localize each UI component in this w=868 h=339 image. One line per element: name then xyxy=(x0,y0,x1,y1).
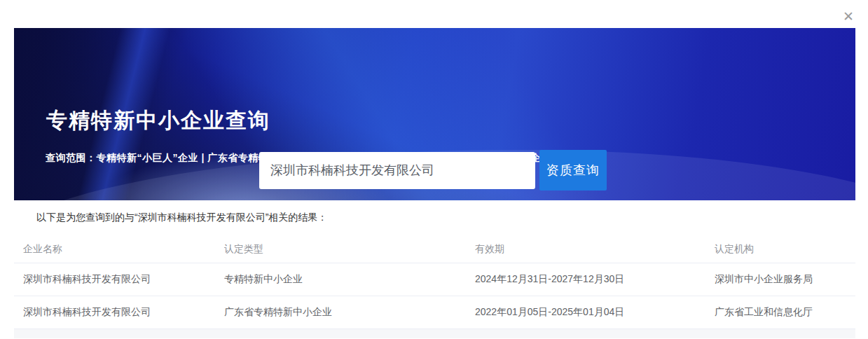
search-input[interactable] xyxy=(259,152,535,189)
cell-company-name: 深圳市科楠科技开发有限公司 xyxy=(23,273,224,286)
cell-company-name: 深圳市科楠科技开发有限公司 xyxy=(23,306,224,319)
cell-certification-type: 广东省专精特新中小企业 xyxy=(224,306,475,319)
page-title: 专精特新中小企业查询 xyxy=(46,106,270,135)
cell-certifying-authority: 广东省工业和信息化厅 xyxy=(715,306,855,319)
header-company-name: 企业名称 xyxy=(23,243,224,256)
cell-validity-period: 2022年01月05日-2025年01月04日 xyxy=(475,306,715,319)
header-certifying-authority: 认定机构 xyxy=(715,243,855,256)
table-row: 深圳市科楠科技开发有限公司 广东省专精特新中小企业 2022年01月05日-20… xyxy=(14,296,855,328)
results-section: 以下是为您查询到的与“深圳市科楠科技开发有限公司”相关的结果： 企业名称 认定类… xyxy=(14,200,855,339)
close-icon[interactable]: ✕ xyxy=(840,8,857,25)
table-row: 深圳市科楠科技开发有限公司 专精特新中小企业 2024年12月31日-2027年… xyxy=(14,263,855,296)
table-header-row: 企业名称 认定类型 有效期 认定机构 xyxy=(14,236,855,263)
page: ✕ 专精特新中小企业查询 查询范围：专精特新“小巨人”企业 | 广东省专精特新中… xyxy=(0,0,868,339)
header-validity-period: 有效期 xyxy=(475,243,715,256)
qualification-query-button[interactable]: 资质查询 xyxy=(539,150,607,191)
header-certification-type: 认定类型 xyxy=(224,243,475,256)
cell-validity-period: 2024年12月31日-2027年12月30日 xyxy=(475,273,715,286)
banner: 专精特新中小企业查询 查询范围：专精特新“小巨人”企业 | 广东省专精特新中小企… xyxy=(14,28,855,200)
results-table: 企业名称 认定类型 有效期 认定机构 深圳市科楠科技开发有限公司 专精特新中小企… xyxy=(14,236,855,338)
results-intro-text: 以下是为您查询到的与“深圳市科楠科技开发有限公司”相关的结果： xyxy=(36,210,327,224)
search-bar: 资质查询 xyxy=(259,150,607,191)
cell-certification-type: 专精特新中小企业 xyxy=(224,273,475,286)
table-row-partial xyxy=(14,328,855,338)
cell-certifying-authority: 深圳市中小企业服务局 xyxy=(715,273,855,286)
